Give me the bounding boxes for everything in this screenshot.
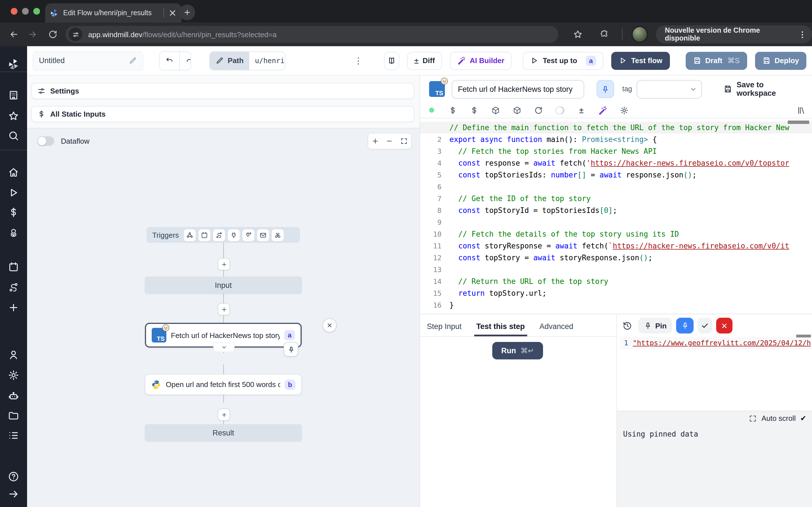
pin-toggle-button[interactable] <box>597 80 614 98</box>
undo-button[interactable] <box>160 52 180 69</box>
window-minimize-button[interactable] <box>22 8 29 15</box>
tab-test-this-step[interactable]: Test this step <box>476 322 525 336</box>
sidebar-robot-icon[interactable] <box>8 390 19 402</box>
all-static-inputs-bar[interactable]: All Static Inputs <box>31 106 414 122</box>
code-line[interactable]: const storyResponse = await fetch(`https… <box>449 240 812 252</box>
tag-select[interactable] <box>637 80 702 98</box>
diff-button[interactable]: ±Diff <box>407 52 442 69</box>
library-icon[interactable] <box>797 106 806 115</box>
add-step-button[interactable] <box>218 408 230 421</box>
sidebar-cubes-icon[interactable] <box>8 228 19 239</box>
flow-canvas[interactable]: Dataflow Triggers Input <box>27 128 419 507</box>
dollar-icon[interactable] <box>470 106 479 115</box>
code-line[interactable]: export async function main(): Promise<st… <box>449 133 812 145</box>
path-button[interactable]: Path <box>210 52 249 69</box>
triggers-node[interactable]: Triggers <box>147 227 300 243</box>
code-line[interactable] <box>449 264 812 276</box>
diff-pm-icon[interactable]: ± <box>577 106 586 115</box>
address-bar[interactable]: app.windmill.dev/flows/edit/u/henri/pin_… <box>66 26 558 43</box>
zoom-out-icon[interactable] <box>386 137 393 145</box>
run-button[interactable]: Run ⌘↵ <box>492 342 543 359</box>
sidebar-home-icon[interactable] <box>8 167 19 178</box>
sidebar-gear-icon[interactable] <box>8 370 19 381</box>
result-node[interactable]: Result <box>145 424 302 441</box>
sidebar-arrow-right-icon[interactable] <box>8 489 19 500</box>
code-editor[interactable]: 12345678910111213141516 // Define the ma… <box>420 121 812 311</box>
sidebar-plus-icon[interactable] <box>8 302 19 313</box>
window-zoom-button[interactable] <box>33 8 40 15</box>
gear-icon[interactable] <box>620 106 629 115</box>
reload-icon[interactable] <box>48 29 58 40</box>
ai-builder-button[interactable]: AI Builder <box>450 52 512 69</box>
sidebar-list-icon[interactable] <box>8 430 19 441</box>
websocket-icon[interactable] <box>228 229 240 241</box>
reload-icon[interactable] <box>534 106 543 115</box>
kebab-menu-icon[interactable]: ⋮ <box>799 30 806 39</box>
pinned-data-editor[interactable]: 1"https://www.geoffreylitt.com/2025/04/1… <box>620 337 811 349</box>
flow-step-b[interactable]: Open url and fetch first 500 words of ..… <box>145 374 302 395</box>
webhook-icon[interactable] <box>184 229 196 241</box>
docs-button[interactable] <box>384 52 399 69</box>
delete-step-button[interactable] <box>322 318 337 332</box>
test-up-to-button[interactable]: Test up to a <box>523 52 604 69</box>
wand-icon[interactable] <box>598 106 607 115</box>
code-line[interactable]: const topStoryId = topStoriesIds[0]; <box>449 205 812 216</box>
zoom-in-icon[interactable] <box>371 137 379 145</box>
forward-icon[interactable] <box>28 29 38 40</box>
sidebar-help-icon[interactable] <box>8 471 19 482</box>
site-settings-icon[interactable] <box>69 27 83 41</box>
step-pin-badge[interactable] <box>284 342 298 356</box>
deploy-button[interactable]: Deploy <box>755 52 806 69</box>
tab-advanced[interactable]: Advanced <box>539 322 573 336</box>
sidebar-play-icon[interactable] <box>8 187 19 198</box>
poll-icon[interactable] <box>272 229 284 241</box>
history-icon[interactable] <box>622 321 632 330</box>
sidebar-search-icon[interactable] <box>8 130 19 142</box>
close-pinned-button[interactable] <box>716 318 732 334</box>
code-line[interactable]: const topStory = await storyResponse.jso… <box>449 252 812 264</box>
auto-scroll-control[interactable]: Auto scroll ✔ <box>749 414 806 422</box>
editor-scrollbar[interactable] <box>788 121 809 124</box>
expand-step-button[interactable] <box>213 342 235 352</box>
sidebar-folder-icon[interactable] <box>8 410 19 421</box>
path-group[interactable]: Path u/henri/pin <box>209 51 285 70</box>
sidebar-star-icon[interactable] <box>8 110 19 122</box>
step-title-input[interactable]: Fetch url of HackerNews top story <box>452 80 584 98</box>
window-close-button[interactable] <box>11 8 17 15</box>
package-icon[interactable] <box>491 106 500 115</box>
pinned-active-button[interactable] <box>676 318 694 334</box>
add-step-button[interactable] <box>218 258 230 270</box>
input-node[interactable]: Input <box>145 277 302 293</box>
accept-button[interactable] <box>698 318 712 334</box>
schedule-icon[interactable] <box>199 229 210 241</box>
sidebar-person-icon[interactable] <box>8 349 19 360</box>
code-line[interactable]: } <box>449 299 812 311</box>
fit-view-icon[interactable] <box>400 137 408 145</box>
browser-tab[interactable]: Edit Flow u/henri/pin_results <box>45 3 182 22</box>
sidebar-route-icon[interactable] <box>8 282 19 293</box>
kafka-icon[interactable] <box>243 229 254 241</box>
code-line[interactable]: const response = await fetch('https://ha… <box>449 157 812 169</box>
email-icon[interactable] <box>257 229 269 241</box>
flow-name-input[interactable]: Untitled <box>33 51 143 70</box>
redo-button[interactable] <box>180 52 191 69</box>
windmill-logo[interactable] <box>7 58 20 70</box>
http-route-icon[interactable] <box>213 229 225 241</box>
settings-bar[interactable]: Settings <box>31 83 414 99</box>
pin-button[interactable]: Pin <box>638 318 672 334</box>
back-icon[interactable] <box>9 29 19 40</box>
more-options-icon[interactable]: ⋮ <box>354 55 363 66</box>
code-line[interactable]: const topStoriesIds: number[] = await re… <box>449 169 812 181</box>
toggle-off[interactable] <box>555 106 564 115</box>
dollar-icon[interactable] <box>448 106 457 115</box>
profile-avatar[interactable] <box>631 26 648 43</box>
package-icon[interactable] <box>513 106 522 115</box>
test-flow-button[interactable]: Test flow <box>612 52 670 69</box>
sidebar-building-icon[interactable] <box>8 90 19 101</box>
extensions-icon[interactable] <box>600 29 610 40</box>
new-tab-button[interactable] <box>179 4 195 20</box>
sidebar-dollar-icon[interactable] <box>8 207 19 218</box>
tab-step-input[interactable]: Step Input <box>427 322 462 336</box>
chrome-update-button[interactable]: Nouvelle version de Chrome disponible ⋮ <box>656 25 812 43</box>
add-step-button[interactable] <box>218 303 230 316</box>
